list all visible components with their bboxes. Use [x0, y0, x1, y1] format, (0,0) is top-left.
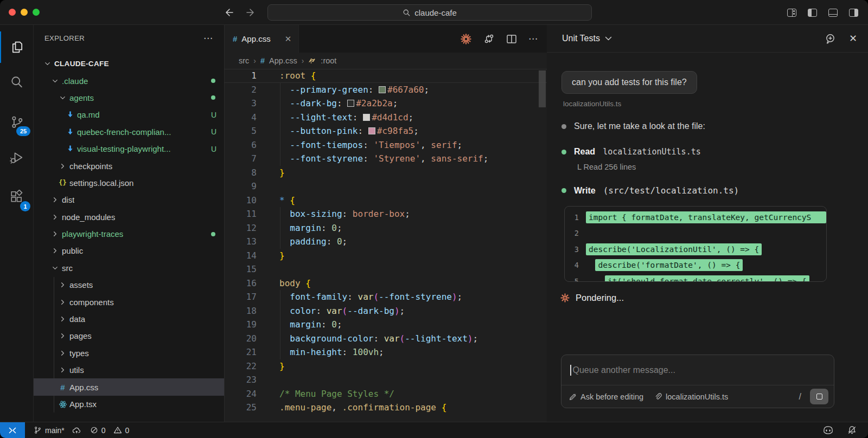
color-swatch[interactable] [363, 114, 370, 121]
stop-button[interactable] [810, 389, 828, 404]
color-swatch[interactable] [368, 127, 375, 134]
close-window-button[interactable] [9, 9, 16, 16]
tree-item--claude[interactable]: .claude [34, 72, 224, 89]
toggle-primary-sidebar-icon[interactable] [808, 9, 817, 17]
diff-code-block[interactable]: 1import { formatDate, translateKey, getC… [564, 206, 827, 282]
tree-item-src[interactable]: src [34, 260, 224, 276]
code-line[interactable]: 10* { [225, 194, 547, 208]
tree-item-quebec-french-complian-[interactable]: quebec-french-complian...U [34, 124, 224, 140]
split-editor-icon[interactable] [506, 34, 517, 44]
problems-item[interactable]: 0 0 [90, 426, 130, 435]
tree-item-app-css[interactable]: #App.css [34, 378, 224, 395]
tree-item-pages[interactable]: pages [34, 327, 224, 344]
tree-item-agents[interactable]: agents [34, 89, 224, 106]
source-control-activity-icon[interactable]: 25 [0, 106, 34, 138]
explorer-more-actions-icon[interactable]: ⋯ [203, 33, 213, 44]
breadcrumb-folder[interactable]: src [239, 56, 249, 65]
code-line[interactable]: 23 [225, 373, 547, 387]
code-line[interactable]: 6 --font-tiempos: 'Tiempos', serif; [225, 138, 547, 152]
open-changes-icon[interactable] [483, 33, 495, 44]
code-line[interactable]: 20 background-color: var(--light-text); [225, 332, 547, 346]
write-tool-call[interactable]: Write (src/test/localization.ts) [561, 185, 857, 196]
claude-starburst-icon[interactable] [460, 33, 472, 45]
tree-item-public[interactable]: public [34, 242, 224, 259]
editor-scrollbar[interactable] [539, 70, 546, 107]
notifications-muted-icon[interactable] [847, 425, 857, 435]
chevron-down-icon[interactable] [605, 36, 612, 41]
chevron-down-icon [51, 77, 59, 85]
tree-item-checkpoints[interactable]: checkpoints [34, 157, 224, 174]
bullet-icon [561, 150, 566, 154]
code-line[interactable]: 24/* Menu Page Styles */ [225, 387, 547, 401]
code-line[interactable]: 19 margin: 0; [225, 318, 547, 332]
code-line[interactable]: 22} [225, 359, 547, 373]
tree-item-assets[interactable]: assets [34, 276, 224, 293]
code-line[interactable]: 5 --button-pink: #c98fa5; [225, 124, 547, 138]
code-line[interactable]: 25.menu-page, .confirmation-page { [225, 401, 547, 415]
breadcrumb[interactable]: src › # App.css › :root [225, 53, 547, 69]
publish-sync-icon[interactable] [72, 427, 81, 434]
permission-mode-selector[interactable]: Ask before editing [569, 392, 643, 401]
tree-item-visual-testing-playwright-[interactable]: visual-testing-playwright...U [34, 140, 224, 157]
tab-close-icon[interactable]: ✕ [285, 34, 292, 44]
search-activity-icon[interactable] [0, 66, 34, 98]
code-line[interactable]: 1:root { [225, 69, 547, 83]
tree-item-qa-md[interactable]: qa.mdU [34, 106, 224, 123]
maximize-window-button[interactable] [33, 9, 40, 16]
code-line[interactable]: 9 [225, 179, 547, 194]
run-debug-activity-icon[interactable] [0, 142, 34, 173]
code-line[interactable]: 13 padding: 0; [225, 235, 547, 249]
breadcrumb-file[interactable]: App.css [269, 56, 297, 65]
tree-item-playwright-traces[interactable]: playwright-traces [34, 226, 224, 242]
read-tool-call[interactable]: Read localizationUtils.ts [561, 147, 857, 157]
code-line[interactable]: 21 min-height: 100vh; [225, 345, 547, 359]
code-line[interactable]: 18 color: var(--dark-bg); [225, 304, 547, 318]
code-line[interactable]: 12 margin: 0; [225, 221, 547, 235]
code-line[interactable]: 17 font-family: var(--font-styrene); [225, 290, 547, 304]
tree-item-settings-local-json[interactable]: {}settings.local.json [34, 175, 224, 191]
code-line[interactable]: 11 box-sizing: border-box; [225, 207, 547, 221]
tree-item-data[interactable]: data [34, 311, 224, 327]
code-editor[interactable]: 1:root {2 --primary-green: #667a60;3 --d… [225, 69, 547, 422]
breadcrumb-symbol[interactable]: :root [321, 56, 336, 65]
git-status-badge: U [211, 111, 216, 119]
color-swatch[interactable] [347, 100, 354, 107]
extensions-activity-icon[interactable]: 1 [0, 181, 34, 212]
tree-item-node-modules[interactable]: node_modules [34, 209, 224, 226]
code-line[interactable]: 14} [225, 249, 547, 263]
toggle-panel-icon[interactable] [828, 9, 838, 17]
slash-command-button[interactable]: / [799, 392, 801, 402]
explorer-activity-icon[interactable] [0, 31, 34, 63]
new-chat-icon[interactable] [825, 33, 836, 44]
tree-item-app-tsx[interactable]: App.tsx [34, 396, 224, 413]
git-branch-item[interactable]: main* [34, 426, 81, 435]
color-swatch[interactable] [379, 86, 386, 93]
forward-arrow-icon[interactable] [244, 8, 255, 17]
code-line[interactable]: 16body { [225, 276, 547, 291]
tree-item-claude-cafe[interactable]: CLAUDE-CAFE [34, 55, 224, 72]
tree-item-types[interactable]: types [34, 345, 224, 362]
tree-item-dist[interactable]: dist [34, 191, 224, 208]
tree-item-components[interactable]: components [34, 293, 224, 310]
attached-file-chip[interactable]: localizationUtils.ts [654, 392, 728, 401]
code-line[interactable]: 8} [225, 166, 547, 180]
chevron-right-icon [59, 349, 67, 357]
code-line[interactable]: 4 --light-text: #d4d1cd; [225, 111, 547, 125]
close-panel-icon[interactable]: ✕ [849, 33, 857, 44]
command-center-search[interactable]: claude-cafe [267, 4, 592, 21]
toggle-secondary-sidebar-icon[interactable] [849, 9, 858, 17]
minimize-window-button[interactable] [21, 9, 28, 16]
code-line[interactable]: 15 [225, 262, 547, 276]
tree-item-utils[interactable]: utils [34, 362, 224, 378]
copilot-icon[interactable] [822, 425, 834, 435]
code-line[interactable]: 7 --font-styrene: 'Styrene', sans-serif; [225, 152, 547, 166]
customize-layout-icon[interactable] [787, 9, 796, 17]
chat-input-placeholder[interactable]: Queue another message... [573, 365, 675, 375]
chat-input-box[interactable]: Queue another message... Ask before edit… [561, 355, 834, 408]
editor-more-actions-icon[interactable]: ⋯ [528, 33, 538, 44]
back-arrow-icon[interactable] [224, 8, 234, 17]
tab-app-css[interactable]: # App.css ✕ [225, 25, 299, 53]
code-line[interactable]: 2 --primary-green: #667a60; [225, 83, 547, 97]
remote-indicator[interactable] [0, 422, 25, 438]
code-line[interactable]: 3 --dark-bg: #2a2b2a; [225, 96, 547, 111]
